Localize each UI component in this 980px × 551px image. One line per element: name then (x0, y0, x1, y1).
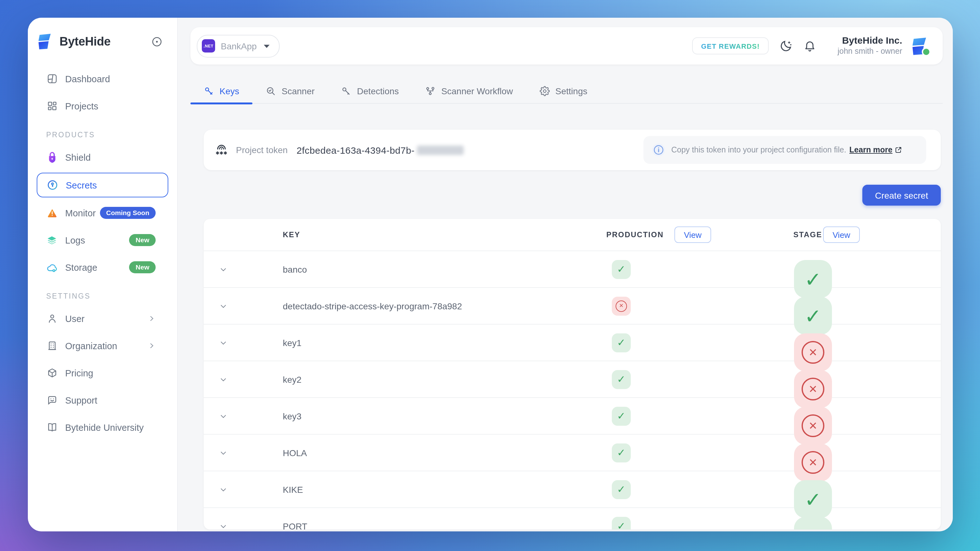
sidebar-item-support[interactable]: Support (37, 387, 168, 414)
sidebar-item-label: Shield (65, 152, 91, 162)
dotnet-badge: .NET (202, 39, 215, 53)
production-status-ok-icon: ✓✕ (612, 406, 631, 425)
chevron-down-icon[interactable] (218, 520, 229, 529)
tab-scanner[interactable]: Scanner (253, 79, 328, 103)
tab-label: Keys (220, 86, 239, 96)
gear-icon (540, 86, 550, 96)
table-row: HOLA ✓✕ ✓✕ (204, 435, 941, 471)
project-selector[interactable]: .NET BankApp (197, 35, 280, 57)
dark-mode-moon-icon[interactable] (780, 39, 793, 53)
sidebar-item-label: Storage (65, 262, 97, 272)
chevron-down-icon[interactable] (218, 300, 229, 312)
chevron-down-icon[interactable] (218, 484, 229, 495)
table-row: PORT ✓✕ ✓✕ (204, 508, 941, 529)
view-production-button[interactable]: View (675, 226, 711, 243)
chevron-down-icon[interactable] (218, 263, 229, 275)
projects-icon (46, 100, 57, 111)
create-secret-button[interactable]: Create secret (862, 185, 941, 205)
tab-detections[interactable]: Detections (328, 79, 412, 103)
chevron-down-icon[interactable] (218, 447, 229, 458)
sidebar-item-storage[interactable]: Storage New (37, 254, 168, 281)
table-row: key3 ✓✕ ✓✕ (204, 398, 941, 435)
workflow-nodes-icon (425, 86, 436, 96)
learn-more-link[interactable]: Learn more (850, 145, 902, 154)
production-status-ok-icon: ✓✕ (612, 333, 631, 352)
coming-soon-badge: Coming Soon (100, 207, 156, 219)
table-row: KIKE ✓✕ ✓✕ (204, 471, 941, 508)
sidebar-item-user[interactable]: User (37, 305, 168, 332)
caret-down-icon (263, 43, 270, 48)
tab-label: Scanner Workflow (441, 86, 513, 96)
sidebar-item-logs[interactable]: Logs New (37, 226, 168, 254)
detections-key-icon (341, 86, 352, 96)
sidebar-item-label: User (65, 314, 84, 323)
user-icon (46, 313, 57, 324)
chevron-right-icon (147, 314, 156, 323)
table-row: detectado-stripe-access-key-program-78a9… (204, 288, 941, 325)
cube-icon (46, 367, 57, 379)
chevron-down-icon[interactable] (218, 337, 229, 348)
table-row: banco ✓✕ ✓✕ (204, 251, 941, 288)
stage-status-ok-icon: ✓✕ (794, 516, 832, 529)
top-header: .NET BankApp GET REWARDS! ByteHide Inc. … (191, 27, 943, 65)
sidebar-item-projects[interactable]: Projects (37, 92, 168, 119)
sidebar-item-monitor[interactable]: Monitor Coming Soon (37, 199, 168, 226)
info-icon (652, 143, 665, 156)
sidebar: ByteHide Dashboard Projects PRODUCTS (28, 18, 178, 531)
scanner-search-icon (266, 86, 276, 96)
chevron-down-icon[interactable] (218, 410, 229, 422)
table-body: banco ✓✕ ✓✕ detectado-stripe-access-key-… (204, 251, 941, 529)
sidebar-item-university[interactable]: Bytehide University (37, 414, 168, 441)
secret-key-name: PORT (283, 521, 307, 529)
view-stage-button[interactable]: View (823, 226, 860, 243)
tab-settings[interactable]: Settings (527, 79, 601, 103)
notifications-bell-icon[interactable] (803, 39, 816, 53)
header-actions: GET REWARDS! ByteHide Inc. john smith - … (692, 35, 943, 57)
sidebar-item-shield[interactable]: Shield (37, 143, 168, 171)
secrets-table: KEY PRODUCTION View STAGE View banco ✓✕ … (204, 219, 941, 529)
tab-keys[interactable]: Keys (191, 79, 253, 103)
token-value: 2fcbedea-163a-4394-bd7b- (296, 145, 414, 155)
column-header-production: PRODUCTION (546, 230, 663, 239)
new-badge: New (129, 261, 156, 273)
production-status-ok-icon: ✓✕ (612, 370, 631, 389)
page-background: ByteHide Dashboard Projects PRODUCTS (0, 0, 980, 551)
account-info[interactable]: ByteHide Inc. john smith - owner (838, 35, 902, 57)
sidebar-item-organization[interactable]: Organization (37, 332, 168, 359)
sidebar-nav: Dashboard Projects PRODUCTS Shield Secr (28, 65, 177, 441)
tab-label: Detections (357, 86, 399, 96)
sidebar-item-secrets[interactable]: Secrets (37, 173, 168, 197)
production-status-ok-icon: ✓✕ (612, 443, 631, 462)
brand-title: ByteHide (59, 35, 152, 48)
table-header: KEY PRODUCTION View STAGE View (204, 219, 941, 251)
sidebar-item-label: Organization (65, 341, 117, 351)
sidebar-item-label: Projects (65, 101, 99, 111)
chat-smile-icon (46, 395, 57, 406)
svg-text:✱✱✱: ✱✱✱ (216, 151, 228, 156)
layers-icon (46, 234, 57, 246)
tab-scanner-workflow[interactable]: Scanner Workflow (412, 79, 527, 103)
secret-key-name: detectado-stripe-access-key-program-78a9… (283, 301, 462, 311)
shield-lock-icon (46, 151, 57, 163)
get-rewards-button[interactable]: GET REWARDS! (692, 37, 769, 54)
secrets-key-icon (47, 179, 58, 191)
sidebar-item-dashboard[interactable]: Dashboard (37, 65, 168, 92)
token-hint-text: Copy this token into your project config… (671, 145, 846, 154)
secret-key-name: key1 (283, 338, 301, 348)
secret-key-name: banco (283, 264, 307, 274)
settings-section-label: SETTINGS (46, 292, 177, 300)
project-name: BankApp (221, 41, 257, 51)
token-label: Project token (236, 145, 288, 155)
secret-key-name: HOLA (283, 447, 307, 458)
dashboard-icon (46, 73, 57, 84)
bytehide-logo-icon (36, 33, 53, 50)
org-avatar[interactable] (910, 37, 929, 55)
sidebar-item-pricing[interactable]: Pricing (37, 359, 168, 387)
sidebar-collapse-button[interactable] (152, 37, 162, 46)
cloud-icon (46, 261, 57, 273)
tab-label: Settings (555, 86, 587, 96)
learn-more-label: Learn more (850, 145, 892, 154)
token-redacted-segment (417, 145, 464, 154)
secret-key-name: KIKE (283, 484, 303, 494)
chevron-down-icon[interactable] (218, 374, 229, 385)
